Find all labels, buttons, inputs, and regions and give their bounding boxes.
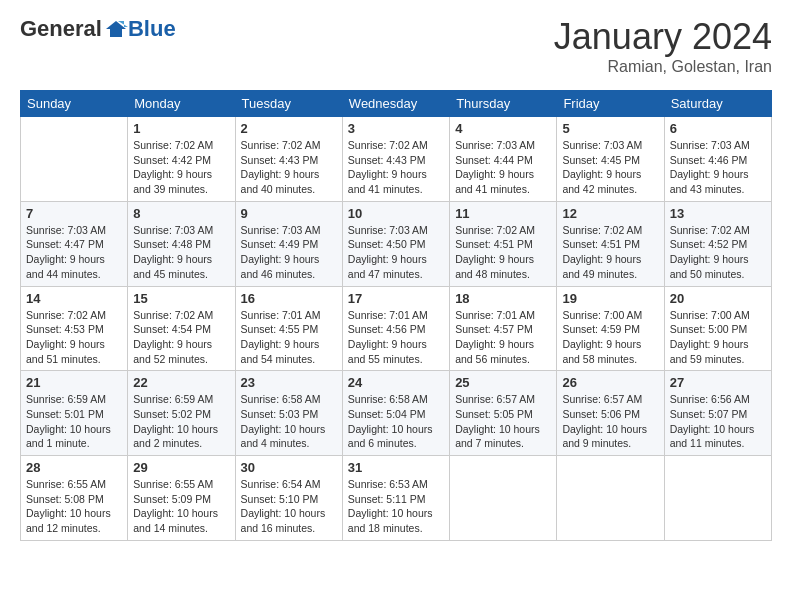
logo: General Blue [20, 16, 176, 42]
day-daylight: Daylight: 9 hours and 59 minutes. [670, 338, 749, 365]
day-number: 12 [562, 206, 658, 221]
day-number: 1 [133, 121, 229, 136]
header-monday: Monday [128, 91, 235, 117]
day-number: 23 [241, 375, 337, 390]
day-daylight: Daylight: 9 hours and 58 minutes. [562, 338, 641, 365]
header-friday: Friday [557, 91, 664, 117]
calendar-week-5: 28 Sunrise: 6:55 AM Sunset: 5:08 PM Dayl… [21, 456, 772, 541]
day-number: 14 [26, 291, 122, 306]
day-sunrise: Sunrise: 7:03 AM [348, 224, 428, 236]
day-daylight: Daylight: 9 hours and 42 minutes. [562, 168, 641, 195]
table-row: 25 Sunrise: 6:57 AM Sunset: 5:05 PM Dayl… [450, 371, 557, 456]
table-row [21, 117, 128, 202]
day-sunset: Sunset: 4:48 PM [133, 238, 211, 250]
day-number: 24 [348, 375, 444, 390]
calendar-week-1: 1 Sunrise: 7:02 AM Sunset: 4:42 PM Dayli… [21, 117, 772, 202]
day-sunset: Sunset: 4:50 PM [348, 238, 426, 250]
day-number: 26 [562, 375, 658, 390]
title-block: January 2024 Ramian, Golestan, Iran [554, 16, 772, 76]
day-sunrise: Sunrise: 7:03 AM [670, 139, 750, 151]
day-number: 27 [670, 375, 766, 390]
day-number: 31 [348, 460, 444, 475]
day-sunset: Sunset: 4:51 PM [562, 238, 640, 250]
table-row: 19 Sunrise: 7:00 AM Sunset: 4:59 PM Dayl… [557, 286, 664, 371]
logo-blue: Blue [128, 16, 176, 42]
day-sunset: Sunset: 4:59 PM [562, 323, 640, 335]
day-sunrise: Sunrise: 7:02 AM [455, 224, 535, 236]
day-daylight: Daylight: 9 hours and 52 minutes. [133, 338, 212, 365]
day-daylight: Daylight: 10 hours and 7 minutes. [455, 423, 540, 450]
day-number: 30 [241, 460, 337, 475]
day-sunrise: Sunrise: 6:55 AM [26, 478, 106, 490]
day-daylight: Daylight: 9 hours and 50 minutes. [670, 253, 749, 280]
table-row: 18 Sunrise: 7:01 AM Sunset: 4:57 PM Dayl… [450, 286, 557, 371]
header-thursday: Thursday [450, 91, 557, 117]
table-row: 1 Sunrise: 7:02 AM Sunset: 4:42 PM Dayli… [128, 117, 235, 202]
day-number: 29 [133, 460, 229, 475]
logo-text: General Blue [20, 16, 176, 42]
header-saturday: Saturday [664, 91, 771, 117]
table-row: 10 Sunrise: 7:03 AM Sunset: 4:50 PM Dayl… [342, 201, 449, 286]
day-sunset: Sunset: 4:43 PM [241, 154, 319, 166]
day-sunset: Sunset: 4:53 PM [26, 323, 104, 335]
day-number: 4 [455, 121, 551, 136]
day-sunrise: Sunrise: 6:59 AM [26, 393, 106, 405]
day-number: 21 [26, 375, 122, 390]
day-sunrise: Sunrise: 7:00 AM [670, 309, 750, 321]
day-number: 9 [241, 206, 337, 221]
day-sunset: Sunset: 5:06 PM [562, 408, 640, 420]
table-row: 14 Sunrise: 7:02 AM Sunset: 4:53 PM Dayl… [21, 286, 128, 371]
table-row: 15 Sunrise: 7:02 AM Sunset: 4:54 PM Dayl… [128, 286, 235, 371]
day-daylight: Daylight: 9 hours and 55 minutes. [348, 338, 427, 365]
day-daylight: Daylight: 9 hours and 47 minutes. [348, 253, 427, 280]
day-sunrise: Sunrise: 6:57 AM [562, 393, 642, 405]
day-sunrise: Sunrise: 7:02 AM [26, 309, 106, 321]
day-sunset: Sunset: 5:07 PM [670, 408, 748, 420]
day-daylight: Daylight: 9 hours and 48 minutes. [455, 253, 534, 280]
header-sunday: Sunday [21, 91, 128, 117]
day-sunrise: Sunrise: 7:02 AM [241, 139, 321, 151]
day-number: 10 [348, 206, 444, 221]
day-sunset: Sunset: 4:56 PM [348, 323, 426, 335]
table-row: 31 Sunrise: 6:53 AM Sunset: 5:11 PM Dayl… [342, 456, 449, 541]
day-daylight: Daylight: 9 hours and 45 minutes. [133, 253, 212, 280]
day-sunrise: Sunrise: 7:03 AM [26, 224, 106, 236]
calendar-header-row: Sunday Monday Tuesday Wednesday Thursday… [21, 91, 772, 117]
table-row: 11 Sunrise: 7:02 AM Sunset: 4:51 PM Dayl… [450, 201, 557, 286]
table-row: 9 Sunrise: 7:03 AM Sunset: 4:49 PM Dayli… [235, 201, 342, 286]
day-daylight: Daylight: 10 hours and 1 minute. [26, 423, 111, 450]
table-row: 28 Sunrise: 6:55 AM Sunset: 5:08 PM Dayl… [21, 456, 128, 541]
day-sunrise: Sunrise: 6:59 AM [133, 393, 213, 405]
day-number: 19 [562, 291, 658, 306]
table-row: 16 Sunrise: 7:01 AM Sunset: 4:55 PM Dayl… [235, 286, 342, 371]
day-sunset: Sunset: 5:02 PM [133, 408, 211, 420]
table-row: 21 Sunrise: 6:59 AM Sunset: 5:01 PM Dayl… [21, 371, 128, 456]
page-header: General Blue January 2024 Ramian, Golest… [20, 16, 772, 76]
day-daylight: Daylight: 10 hours and 2 minutes. [133, 423, 218, 450]
day-sunset: Sunset: 4:46 PM [670, 154, 748, 166]
day-number: 13 [670, 206, 766, 221]
day-number: 11 [455, 206, 551, 221]
day-sunrise: Sunrise: 6:57 AM [455, 393, 535, 405]
header-tuesday: Tuesday [235, 91, 342, 117]
day-sunrise: Sunrise: 6:54 AM [241, 478, 321, 490]
day-sunrise: Sunrise: 7:00 AM [562, 309, 642, 321]
day-daylight: Daylight: 9 hours and 40 minutes. [241, 168, 320, 195]
day-sunset: Sunset: 5:01 PM [26, 408, 104, 420]
table-row: 17 Sunrise: 7:01 AM Sunset: 4:56 PM Dayl… [342, 286, 449, 371]
table-row: 5 Sunrise: 7:03 AM Sunset: 4:45 PM Dayli… [557, 117, 664, 202]
day-number: 18 [455, 291, 551, 306]
table-row: 24 Sunrise: 6:58 AM Sunset: 5:04 PM Dayl… [342, 371, 449, 456]
day-number: 6 [670, 121, 766, 136]
day-daylight: Daylight: 10 hours and 4 minutes. [241, 423, 326, 450]
table-row: 8 Sunrise: 7:03 AM Sunset: 4:48 PM Dayli… [128, 201, 235, 286]
day-sunset: Sunset: 5:11 PM [348, 493, 426, 505]
calendar-table: Sunday Monday Tuesday Wednesday Thursday… [20, 90, 772, 541]
table-row: 7 Sunrise: 7:03 AM Sunset: 4:47 PM Dayli… [21, 201, 128, 286]
day-daylight: Daylight: 9 hours and 49 minutes. [562, 253, 641, 280]
table-row: 23 Sunrise: 6:58 AM Sunset: 5:03 PM Dayl… [235, 371, 342, 456]
day-sunrise: Sunrise: 6:56 AM [670, 393, 750, 405]
day-sunset: Sunset: 4:45 PM [562, 154, 640, 166]
day-sunset: Sunset: 4:43 PM [348, 154, 426, 166]
day-daylight: Daylight: 9 hours and 46 minutes. [241, 253, 320, 280]
